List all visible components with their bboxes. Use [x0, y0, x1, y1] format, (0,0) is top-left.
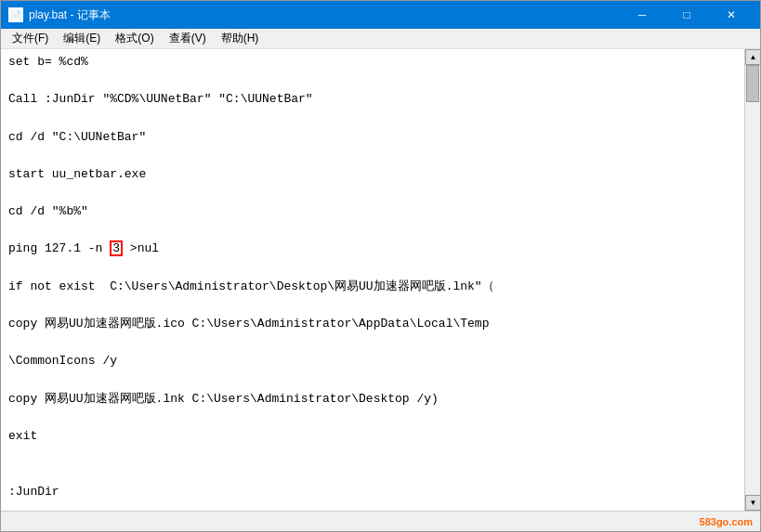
menu-format[interactable]: 格式(O)	[108, 29, 161, 48]
menu-view[interactable]: 查看(V)	[162, 29, 214, 48]
title-bar: 📄 play.bat - 记事本 ─ □ ✕	[1, 1, 760, 29]
line-11: exit	[8, 427, 737, 446]
line-1: set b= %cd%	[8, 53, 737, 71]
vertical-scrollbar[interactable]: ▲ ▼	[744, 49, 760, 511]
app-icon: 📄	[8, 7, 23, 22]
menu-edit[interactable]: 编辑(E)	[56, 29, 108, 48]
scroll-up-button[interactable]: ▲	[745, 49, 760, 65]
window-title: play.bat - 记事本	[29, 7, 111, 23]
scroll-down-button[interactable]: ▼	[745, 495, 760, 511]
title-bar-controls: ─ □ ✕	[621, 1, 753, 29]
minimize-button[interactable]: ─	[621, 1, 663, 29]
close-button[interactable]: ✕	[710, 1, 753, 29]
menu-bar: 文件(F) 编辑(E) 格式(O) 查看(V) 帮助(H)	[1, 29, 760, 49]
line-2: Call :JunDir "%CD%\UUNetBar" "C:\UUNetBa…	[8, 90, 737, 109]
menu-help[interactable]: 帮助(H)	[214, 29, 267, 48]
scrollbar-thumb[interactable]	[746, 65, 759, 102]
maximize-button[interactable]: □	[665, 1, 708, 29]
title-bar-left: 📄 play.bat - 记事本	[8, 7, 111, 23]
scrollbar-track[interactable]	[745, 65, 760, 495]
line-10: copy 网易UU加速器网吧版.lnk C:\Users\Administrat…	[8, 390, 737, 409]
line-8: copy 网易UU加速器网吧版.ico C:\Users\Administrat…	[8, 315, 737, 333]
line-5: cd /d "%b%"	[8, 202, 737, 221]
line-3: cd /d "C:\UUNetBar"	[8, 128, 737, 147]
status-text: 583go.com	[700, 516, 753, 527]
line-9: \CommonIcons /y	[8, 352, 737, 370]
line-4: start uu_netbar.exe	[8, 165, 737, 184]
line-13: :JunDir	[8, 483, 737, 501]
code-content: set b= %cd% Call :JunDir "%CD%\UUNetBar"…	[8, 53, 737, 511]
highlighted-number: 3	[110, 240, 123, 256]
text-editor[interactable]: set b= %cd% Call :JunDir "%CD%\UUNetBar"…	[1, 49, 744, 511]
line-6: ping 127.1 -n 3 >nul	[8, 240, 737, 258]
menu-file[interactable]: 文件(F)	[5, 29, 56, 48]
line-7: if not exist C:\Users\Administrator\Desk…	[8, 278, 737, 296]
status-bar: 583go.com	[1, 511, 760, 531]
content-area: set b= %cd% Call :JunDir "%CD%\UUNetBar"…	[1, 49, 760, 511]
main-window: 📄 play.bat - 记事本 ─ □ ✕ 文件(F) 编辑(E) 格式(O)…	[0, 0, 761, 532]
